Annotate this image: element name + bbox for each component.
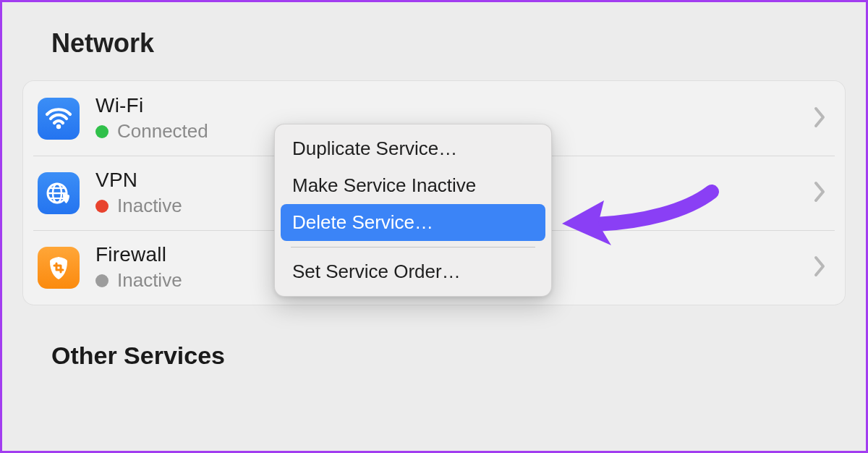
status-dot-icon bbox=[95, 125, 109, 138]
status-line: Inactive bbox=[95, 195, 182, 217]
status-line: Inactive bbox=[95, 269, 182, 292]
service-name: Wi-Fi bbox=[95, 94, 208, 117]
wifi-icon bbox=[38, 98, 80, 140]
service-text: Wi-Fi Connected bbox=[95, 94, 208, 143]
context-menu: Duplicate Service… Make Service Inactive… bbox=[274, 124, 552, 297]
menu-item-set-order[interactable]: Set Service Order… bbox=[281, 253, 545, 290]
firewall-icon bbox=[38, 247, 80, 289]
status-dot-icon bbox=[95, 200, 109, 213]
section-title: Network bbox=[51, 28, 846, 59]
menu-separator bbox=[291, 247, 535, 247]
menu-item-duplicate[interactable]: Duplicate Service… bbox=[281, 130, 545, 167]
service-name: Firewall bbox=[95, 243, 182, 266]
other-services-title: Other Services bbox=[51, 342, 846, 370]
menu-item-make-inactive[interactable]: Make Service Inactive bbox=[281, 167, 545, 204]
menu-item-delete[interactable]: Delete Service… bbox=[281, 204, 545, 241]
service-text: Firewall Inactive bbox=[95, 243, 182, 292]
status-text: Inactive bbox=[117, 195, 182, 217]
status-dot-icon bbox=[95, 274, 109, 287]
status-line: Connected bbox=[95, 120, 208, 143]
service-text: VPN Inactive bbox=[95, 169, 182, 217]
chevron-right-icon bbox=[813, 106, 826, 131]
chevron-right-icon bbox=[813, 181, 826, 206]
vpn-icon bbox=[38, 172, 80, 214]
svg-point-0 bbox=[56, 124, 61, 128]
status-text: Connected bbox=[117, 120, 208, 143]
chevron-right-icon bbox=[813, 255, 826, 280]
service-name: VPN bbox=[95, 169, 182, 192]
status-text: Inactive bbox=[117, 269, 182, 292]
